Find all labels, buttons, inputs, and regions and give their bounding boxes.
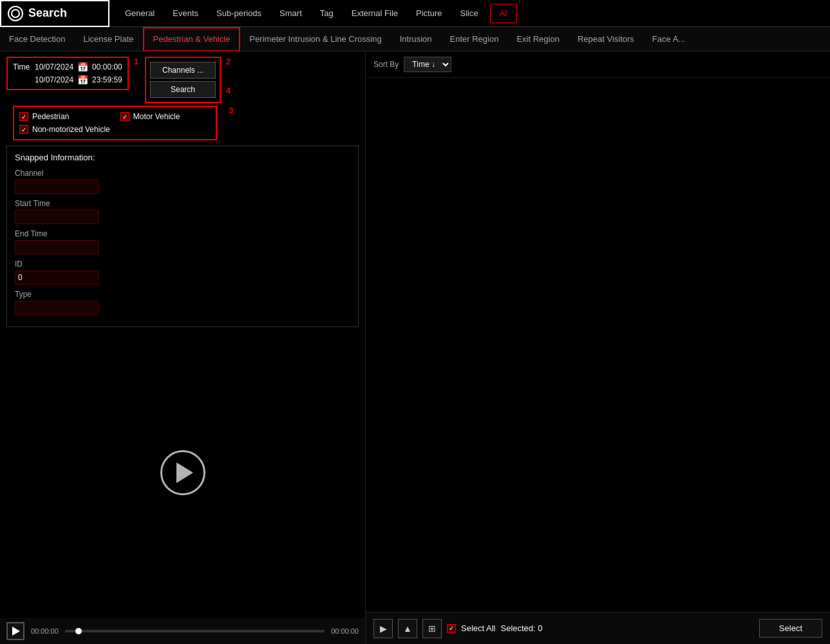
field-type-label: Type bbox=[15, 290, 350, 299]
progress-area: 00:00:00 00:00:00 bbox=[0, 618, 365, 644]
tab-smart[interactable]: Smart bbox=[270, 0, 311, 27]
end-time-input[interactable] bbox=[15, 240, 99, 254]
sort-select[interactable]: Time ↓ Time ↑ bbox=[404, 57, 451, 72]
tab-tag[interactable]: Tag bbox=[311, 0, 343, 27]
id-input[interactable] bbox=[15, 270, 99, 285]
search-icon bbox=[8, 6, 23, 21]
tab-ai[interactable]: AI bbox=[490, 4, 517, 23]
checkbox-pedestrian-label: Pedestrian bbox=[32, 112, 69, 121]
sub-tab-pedestrian-vehicle[interactable]: Pedestrian & Vehicle bbox=[143, 27, 241, 52]
selected-count-label: Selected: 0 bbox=[500, 623, 542, 633]
right-panel: Sort By Time ↓ Time ↑ ▶ ▲ ⊞ ✓ Select All… bbox=[366, 52, 830, 644]
type-input[interactable] bbox=[15, 301, 99, 315]
checkbox-grid: ✓ Pedestrian ✓ Motor Vehicle ✓ bbox=[19, 112, 211, 134]
sub-tab-repeat-visitors[interactable]: Repeat Visitors bbox=[569, 27, 643, 52]
video-play-button[interactable] bbox=[160, 450, 205, 495]
progress-bar[interactable] bbox=[65, 630, 325, 632]
app-title: Search bbox=[28, 6, 67, 20]
date2: 10/07/2024 bbox=[35, 75, 73, 84]
snapped-title: Snapped Information: bbox=[15, 153, 350, 162]
main-layout: Time 10/07/2024 📅 00:00:00 10/07/2024 📅 … bbox=[0, 52, 830, 644]
step1-label: 1 bbox=[134, 57, 138, 66]
field-channel: Channel bbox=[15, 169, 350, 194]
select-all-label: Select All bbox=[461, 623, 495, 633]
step4-label: 4 bbox=[226, 86, 231, 95]
step3-label: 3 bbox=[229, 106, 233, 115]
play-icon bbox=[176, 462, 193, 483]
sub-tab-face-a[interactable]: Face A... bbox=[643, 27, 694, 52]
sort-label: Sort By bbox=[373, 60, 399, 69]
sub-tab-enter-region[interactable]: Enter Region bbox=[441, 27, 508, 52]
date1: 10/07/2024 bbox=[35, 62, 73, 71]
time-start: 00:00:00 bbox=[31, 627, 59, 635]
bottom-export-icon: ⊞ bbox=[428, 623, 436, 634]
bottom-play-icon: ▶ bbox=[380, 623, 387, 634]
row-controls-1: Time 10/07/2024 📅 00:00:00 10/07/2024 📅 … bbox=[0, 52, 365, 106]
checkbox-non-motorized-box[interactable]: ✓ bbox=[19, 125, 28, 134]
time2: 23:59:59 bbox=[92, 75, 122, 84]
step2-label: 2 bbox=[226, 57, 231, 66]
results-area bbox=[366, 78, 830, 612]
calendar-icon-2[interactable]: 📅 bbox=[77, 75, 88, 85]
select-all-checkbox[interactable]: ✓ bbox=[447, 624, 456, 633]
tab-slice[interactable]: Slice bbox=[451, 0, 487, 27]
checkboxes-section: ✓ Pedestrian ✓ Motor Vehicle ✓ bbox=[13, 106, 217, 140]
video-area bbox=[0, 327, 365, 618]
tab-picture[interactable]: Picture bbox=[407, 0, 451, 27]
field-id: ID bbox=[15, 260, 350, 285]
checkbox-motor-vehicle-box[interactable]: ✓ bbox=[120, 112, 129, 121]
search-button[interactable]: Search bbox=[150, 81, 216, 98]
logo: Search bbox=[0, 0, 109, 27]
field-start-time-label: Start Time bbox=[15, 199, 350, 208]
sub-tab-face-detection[interactable]: Face Detection bbox=[0, 27, 74, 52]
sub-tab-intrusion[interactable]: Intrusion bbox=[391, 27, 441, 52]
bottom-up-button[interactable]: ▲ bbox=[398, 619, 417, 638]
left-panel: Time 10/07/2024 📅 00:00:00 10/07/2024 📅 … bbox=[0, 52, 366, 644]
start-time-input[interactable] bbox=[15, 210, 99, 224]
sub-tab-license-plate[interactable]: License Plate bbox=[74, 27, 142, 52]
sub-tab-perimeter[interactable]: Perimeter Intrusion & Line Crossing bbox=[240, 27, 390, 52]
nav-tabs: General Events Sub-periods Smart Tag Ext… bbox=[116, 0, 830, 27]
field-end-time-label: End Time bbox=[15, 229, 350, 238]
bottom-up-icon: ▲ bbox=[403, 623, 412, 634]
play-small-icon bbox=[12, 627, 20, 636]
field-id-label: ID bbox=[15, 260, 350, 269]
field-start-time: Start Time bbox=[15, 199, 350, 224]
snapped-section: Snapped Information: Channel Start Time … bbox=[6, 146, 359, 327]
field-end-time: End Time bbox=[15, 229, 350, 254]
time-row-2: 10/07/2024 📅 23:59:59 bbox=[13, 75, 122, 85]
time-label: Time bbox=[13, 62, 31, 71]
time-section: Time 10/07/2024 📅 00:00:00 10/07/2024 📅 … bbox=[6, 57, 129, 90]
tab-sub-periods[interactable]: Sub-periods bbox=[207, 0, 270, 27]
calendar-icon-1[interactable]: 📅 bbox=[77, 62, 88, 72]
time1: 00:00:00 bbox=[92, 62, 122, 71]
play-small-button[interactable] bbox=[6, 622, 24, 640]
checkbox-motor-vehicle-label: Motor Vehicle bbox=[133, 112, 180, 121]
tab-general[interactable]: General bbox=[116, 0, 164, 27]
checkbox-pedestrian: ✓ Pedestrian bbox=[19, 112, 110, 121]
bottom-export-button[interactable]: ⊞ bbox=[422, 619, 442, 638]
checkbox-non-motorized: ✓ Non-motorized Vehicle bbox=[19, 125, 110, 134]
field-channel-label: Channel bbox=[15, 169, 350, 178]
channels-button[interactable]: Channels ... bbox=[150, 62, 216, 79]
bottom-bar: ▶ ▲ ⊞ ✓ Select All Selected: 0 Select bbox=[366, 612, 830, 644]
channels-section: Channels ... Search bbox=[145, 57, 221, 103]
checkbox-pedestrian-box[interactable]: ✓ bbox=[19, 112, 28, 121]
time-end: 00:00:00 bbox=[331, 627, 359, 635]
sort-area: Sort By Time ↓ Time ↑ bbox=[366, 52, 830, 78]
field-type: Type bbox=[15, 290, 350, 315]
bottom-play-button[interactable]: ▶ bbox=[373, 619, 393, 638]
header: Search General Events Sub-periods Smart … bbox=[0, 0, 830, 27]
tab-events[interactable]: Events bbox=[164, 0, 207, 27]
channel-input[interactable] bbox=[15, 180, 99, 194]
select-button[interactable]: Select bbox=[759, 619, 822, 638]
tab-external-file[interactable]: External File bbox=[343, 0, 407, 27]
time-row-1: Time 10/07/2024 📅 00:00:00 bbox=[13, 62, 122, 72]
sub-tab-exit-region[interactable]: Exit Region bbox=[507, 27, 568, 52]
sub-nav: Face Detection License Plate Pedestrian … bbox=[0, 27, 830, 52]
checkbox-motor-vehicle: ✓ Motor Vehicle bbox=[120, 112, 211, 121]
checkbox-non-motorized-label: Non-motorized Vehicle bbox=[32, 125, 110, 134]
progress-dot bbox=[75, 628, 82, 634]
